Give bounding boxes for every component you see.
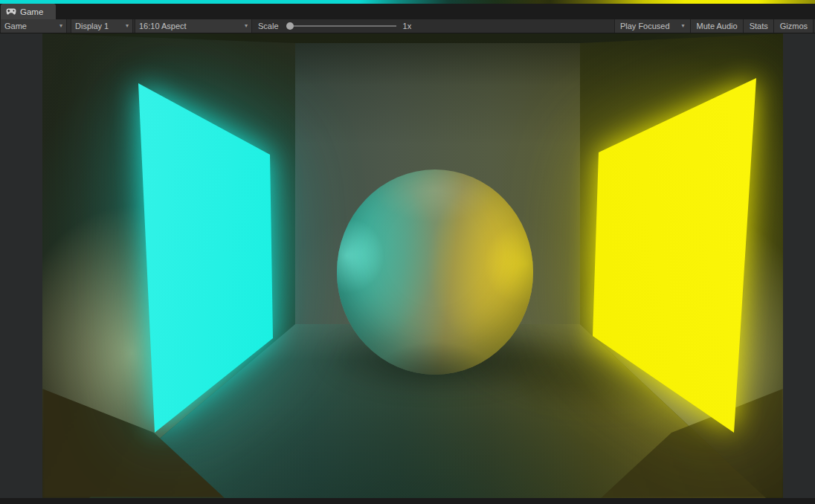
chevron-down-icon: ▾: [234, 23, 248, 29]
chevron-down-icon: ▾: [115, 23, 129, 29]
play-focused-label: Play Focused: [620, 22, 670, 30]
display-mode-dropdown[interactable]: Game ▾: [0, 19, 67, 33]
display-mode-dropdown-label: Game: [4, 22, 27, 30]
chevron-down-icon: ▾: [682, 23, 685, 29]
gizmos-button[interactable]: Gizmos: [774, 19, 814, 33]
stats-label: Stats: [750, 22, 768, 30]
tab-game[interactable]: Game: [1, 4, 56, 19]
gizmos-label: Gizmos: [780, 22, 808, 30]
chevron-down-icon: ▾: [49, 23, 62, 29]
aspect-ratio-dropdown-label: 16:10 Aspect: [139, 22, 187, 30]
mute-audio-button[interactable]: Mute Audio: [691, 19, 744, 33]
game-view-toolbar: Game ▾ Display 1 ▾ 16:10 Aspect ▾ Scale …: [0, 19, 815, 33]
toolbar-right-group: Play Focused ▾ Mute Audio Stats Gizmos: [614, 19, 814, 33]
play-focused-dropdown[interactable]: Play Focused ▾: [614, 19, 691, 33]
aspect-ratio-dropdown[interactable]: 16:10 Aspect ▾: [135, 19, 252, 33]
window-bottom-edge: [0, 498, 815, 504]
stats-button[interactable]: Stats: [744, 19, 774, 33]
game-render-viewport[interactable]: [42, 33, 783, 498]
tab-game-label: Game: [20, 7, 43, 16]
tab-bar: Game: [0, 4, 815, 19]
display-target-dropdown-label: Display 1: [75, 22, 109, 30]
scale-slider-knob[interactable]: [286, 22, 294, 30]
mute-audio-label: Mute Audio: [697, 22, 738, 30]
scale-label: Scale: [258, 22, 279, 30]
scale-slider-group: Scale 1x: [258, 19, 411, 33]
game-view-letterbox: [0, 33, 815, 498]
unity-game-view-window: Game Game ▾ Display 1 ▾ 16:10 Aspect ▾ S…: [0, 0, 815, 504]
gamepad-icon: [6, 8, 16, 15]
scale-value: 1x: [403, 22, 412, 30]
display-target-dropdown[interactable]: Display 1 ▾: [71, 19, 133, 33]
scene-sphere: [337, 169, 533, 375]
scale-slider-track[interactable]: [294, 25, 396, 27]
